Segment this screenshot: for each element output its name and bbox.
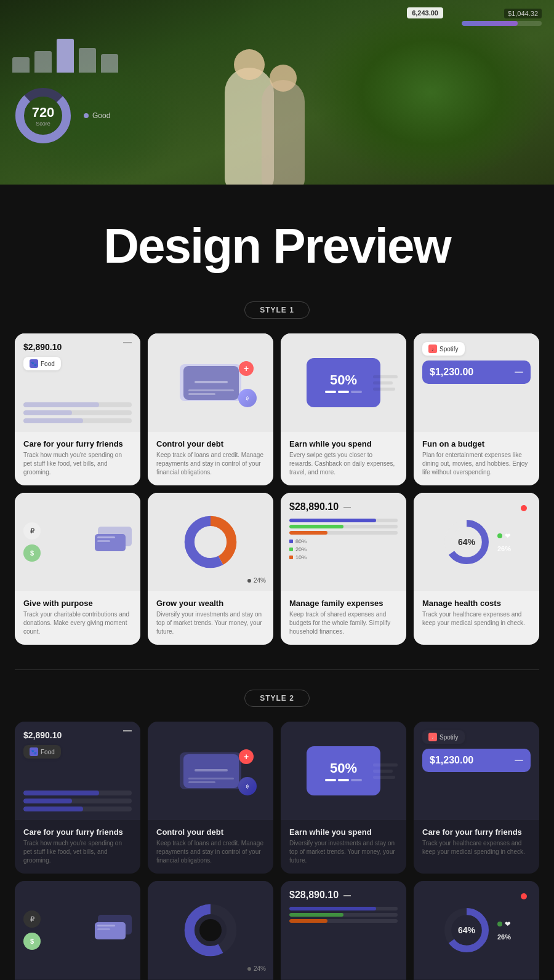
earn-card-dark: 50% (307, 746, 380, 795)
bar-row-d3 (23, 807, 132, 811)
health-red-dot-dark (521, 893, 527, 899)
earn-line-3 (373, 388, 395, 391)
health-donut: 64% (442, 517, 491, 567)
grow-visual-dark: 24% (148, 881, 273, 979)
hero-amount2: $1,044.32 (504, 9, 542, 18)
card-family: $28,890.10 (281, 493, 406, 645)
health-percent2-dark: 26% (497, 933, 511, 941)
hero-score: 720 (32, 105, 55, 121)
bar-row-d2 (23, 799, 132, 803)
style2-cards-section: $2,890.10 🐾 Food Care for your furry fri… (0, 722, 554, 980)
family-amount-dark: $28,890.10 (289, 890, 339, 901)
card-amount-furry-dark: $2,890.10 (23, 730, 62, 740)
family-fill-d2 (289, 913, 343, 917)
give-card-front (95, 534, 126, 551)
card-control-debt: + ₿ Control your debt Keep track of loan… (148, 333, 273, 485)
family-bar-d1 (289, 907, 398, 910)
health-dot-green-dark (497, 922, 502, 926)
debt-card-front (183, 366, 239, 400)
card-title-grow: Grow your wealth (156, 599, 265, 608)
debt-card-stack: + ₿ (174, 361, 247, 404)
family-bars-dark (289, 907, 398, 923)
fun-visual: ♪ Spotify $1,230.00 (414, 333, 539, 432)
card-content-earn-dark: Earn while you spend Diversify your inve… (281, 820, 406, 874)
debt-visual-dark: + ₿ (148, 722, 273, 820)
bar-row-3 (23, 418, 132, 423)
health-red-dot (521, 505, 527, 511)
card-care-furry-dark: $2,890.10 🐾 Food Care for your furry fri… (15, 722, 140, 874)
card-desc-earn: Every swipe gets you closer to rewards. … (289, 451, 398, 477)
fun-visual-dark: ♪ Spotify $1,230.00 (414, 722, 539, 820)
hero-progress (462, 21, 542, 26)
card-visual-care-furry: $2,890.10 🐾 Food (15, 333, 140, 432)
card-health: 64% ❤ 26% Manage (414, 493, 539, 645)
card-desc-furry: Track how much you're spending on pet st… (23, 451, 132, 477)
health-badges-dark: ❤ 26% (497, 920, 511, 941)
give-stacked-dark (95, 915, 132, 946)
earn-percent-dark: 50% (330, 760, 357, 776)
hero-score-label: Score (36, 121, 50, 127)
style1-badge: STYLE 1 (244, 301, 310, 319)
card-earn-spend: 50% Earn while you spend (281, 333, 406, 485)
card-content-give: Give with purpose Track your charitable … (15, 591, 140, 645)
earn-bars-dark (325, 779, 362, 781)
card-content-debt: Control your debt Keep track of loans an… (148, 432, 273, 485)
divider-line (15, 669, 539, 670)
card-title-family: Manage family expenses (289, 599, 398, 608)
card-amount-furry: $2,890.10 (23, 342, 62, 352)
debt-card-stack-dark: + ₿ (174, 749, 247, 792)
card-visual-care-furry-dark: $2,890.10 🐾 Food (15, 722, 140, 820)
card-content-furry: Care for your furry friends Track how mu… (15, 432, 140, 485)
health-percent2: 26% (497, 545, 511, 552)
style2-badge-wrapper: STYLE 2 (0, 690, 554, 707)
health-badge-green: ❤ (497, 532, 511, 540)
family-bar-2 (289, 525, 398, 528)
earn-line-2 (373, 381, 393, 384)
health-donut-dark: 64% (442, 906, 491, 955)
family-fill-d1 (289, 907, 376, 910)
earn-visual-dark: 50% (281, 722, 406, 820)
coin-ruble: ₽ (23, 522, 41, 540)
fun-amount: $1,230.00 (430, 367, 473, 378)
grow-donut-dark (183, 902, 238, 958)
card-visual-health-dark: 64% ❤ 26% (414, 881, 539, 979)
card-content-health: Manage health costs Track your healthcar… (414, 591, 539, 636)
card-visual-debt: + ₿ (148, 333, 273, 432)
family-legend-3: 10% (289, 554, 398, 560)
give-visual: ₽ $ (15, 493, 140, 591)
fun-chip-label: Spotify (440, 346, 459, 353)
card-title-give: Give with purpose (23, 599, 132, 608)
family-visual-dark: $28,890.10 (281, 881, 406, 979)
legend-label: Good (92, 111, 110, 120)
card-care-furry: $2,890.10 🐾 Food Care for your furry fri… (15, 333, 140, 485)
family-fill-2 (289, 525, 343, 528)
family-bar-1 (289, 519, 398, 522)
card-desc-fun-dark: Track your healthcare expenses and keep … (422, 839, 531, 856)
bar-row-2 (23, 410, 132, 415)
fun-dot-dark: ♪ (428, 733, 437, 741)
grow-donut (183, 514, 238, 570)
fun-dot: ♪ (428, 345, 437, 353)
legend-dot (84, 113, 89, 118)
card-content-fun: Fun on a budget Plan for entertainment e… (414, 432, 539, 485)
legend-label-1: 80% (295, 538, 307, 544)
bar-1 (12, 57, 30, 73)
family-bar-3 (289, 531, 398, 535)
card-visual-give-dark: ₽ $ (15, 881, 140, 979)
fun-minus (515, 372, 523, 373)
grow-legend: 24% (247, 577, 266, 584)
debt-plus-icon: + (239, 361, 254, 376)
earn-lines-dark (373, 763, 398, 779)
bar-5 (101, 54, 118, 73)
give-coins: ₽ $ (23, 522, 41, 562)
card-debt-dark: + ₿ Control your debt Keep track of loan… (148, 722, 273, 874)
card-visual-earn-dark: 50% (281, 722, 406, 820)
family-bar-d2 (289, 913, 398, 917)
health-visual-dark: 64% ❤ 26% (414, 881, 539, 979)
family-visual: $28,890.10 (281, 493, 406, 591)
card-title-debt: Control your debt (156, 439, 265, 448)
card-fun-budget: ♪ Spotify $1,230.00 Fun on a budget Plan… (414, 333, 539, 485)
card-desc-family: Keep track of shared expenses and budget… (289, 610, 398, 636)
debt-coin: ₿ (238, 389, 257, 407)
card-visual-fun-dark: ♪ Spotify $1,230.00 (414, 722, 539, 820)
